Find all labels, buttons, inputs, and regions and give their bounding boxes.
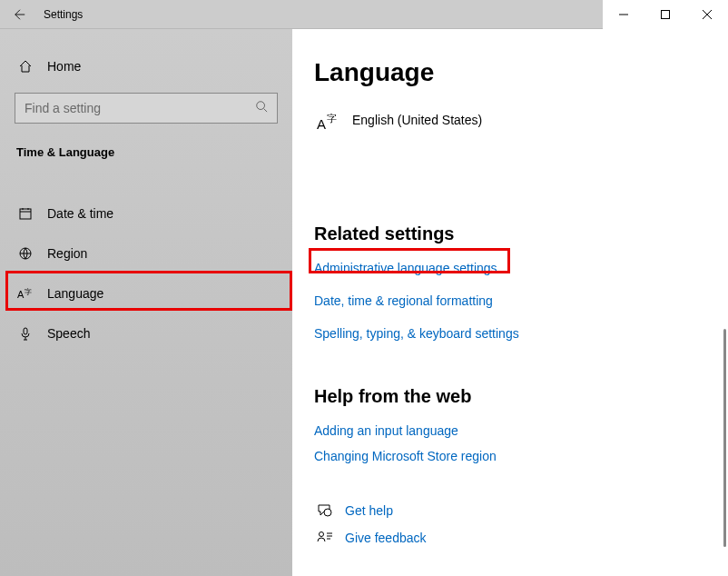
- home-icon: [16, 59, 34, 74]
- search-icon: [255, 100, 268, 116]
- titlebar: Settings: [0, 0, 728, 29]
- search-box[interactable]: [15, 93, 278, 124]
- svg-text:A: A: [317, 116, 326, 132]
- svg-rect-0: [662, 10, 670, 18]
- scrollbar[interactable]: [723, 329, 726, 547]
- link-adding-input-language[interactable]: Adding an input language: [314, 423, 728, 438]
- link-date-regional-formatting[interactable]: Date, time & regional formatting: [314, 293, 728, 308]
- get-help-link[interactable]: Get help: [314, 503, 728, 518]
- search-container: [0, 85, 292, 138]
- svg-text:字: 字: [25, 288, 32, 296]
- feedback-icon: [314, 531, 336, 545]
- category-header: Time & Language: [0, 138, 292, 170]
- close-button[interactable]: [686, 0, 728, 29]
- body: Home Time & Language Date & time: [0, 29, 728, 576]
- home-button[interactable]: Home: [0, 47, 292, 85]
- window-controls: [603, 0, 728, 29]
- svg-point-9: [324, 509, 331, 516]
- maximize-icon: [661, 10, 670, 19]
- close-icon: [703, 10, 712, 19]
- svg-text:A: A: [17, 289, 25, 300]
- chat-icon: [314, 503, 336, 518]
- current-language-label: English (United States): [352, 113, 482, 127]
- main-content: Language A字 English (United States) Rela…: [292, 29, 728, 576]
- page-title: Language: [314, 58, 728, 87]
- give-feedback-label: Give feedback: [345, 531, 427, 545]
- home-label: Home: [47, 59, 81, 74]
- sidebar-item-label: Language: [47, 286, 103, 301]
- get-help-label: Get help: [345, 503, 393, 518]
- link-changing-store-region[interactable]: Changing Microsoft Store region: [314, 449, 728, 463]
- microphone-icon: [16, 326, 34, 341]
- give-feedback-link[interactable]: Give feedback: [314, 531, 728, 545]
- sidebar: Home Time & Language Date & time: [0, 29, 292, 576]
- sidebar-item-label: Region: [47, 246, 87, 261]
- help-header: Help from the web: [314, 386, 728, 407]
- sidebar-item-label: Date & time: [47, 206, 113, 221]
- svg-text:字: 字: [327, 113, 337, 124]
- sidebar-item-region[interactable]: Region: [0, 233, 292, 273]
- globe-icon: [16, 246, 34, 261]
- language-icon: A字: [314, 111, 343, 133]
- svg-point-1: [257, 102, 265, 110]
- sidebar-item-label: Speech: [47, 326, 90, 341]
- svg-point-10: [320, 532, 324, 537]
- sidebar-item-language[interactable]: A字 Language: [0, 273, 292, 313]
- maximize-button[interactable]: [644, 0, 686, 29]
- nav-list: Date & time Region A字 Language Speech: [0, 170, 292, 353]
- minimize-button[interactable]: [603, 0, 644, 29]
- help-section: Help from the web Adding an input langua…: [314, 386, 728, 463]
- link-spelling-typing-keyboard[interactable]: Spelling, typing, & keyboard settings: [314, 326, 728, 341]
- window-title: Settings: [44, 8, 83, 21]
- minimize-icon: [619, 10, 628, 19]
- sidebar-item-date-time[interactable]: Date & time: [0, 194, 292, 233]
- back-button[interactable]: [7, 2, 33, 27]
- calendar-icon: [16, 206, 34, 221]
- svg-rect-2: [20, 209, 31, 219]
- search-input[interactable]: [25, 101, 255, 115]
- sidebar-item-speech[interactable]: Speech: [0, 313, 292, 353]
- arrow-left-icon: [14, 8, 26, 21]
- related-settings-header: Related settings: [314, 223, 728, 244]
- titlebar-left: Settings: [0, 2, 83, 27]
- svg-rect-6: [24, 328, 27, 334]
- footer-links: Get help Give feedback: [314, 503, 728, 545]
- current-language: A字 English (United States): [314, 111, 728, 133]
- language-icon: A字: [16, 286, 34, 301]
- link-administrative-language[interactable]: Administrative language settings: [314, 261, 728, 275]
